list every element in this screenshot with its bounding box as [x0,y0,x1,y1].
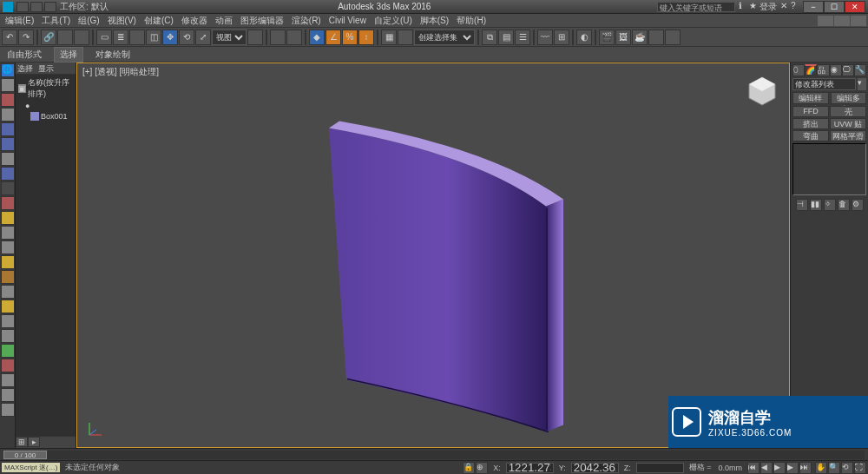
window-crossing-icon[interactable]: ◫ [146,30,161,45]
infocenter-icon[interactable]: ℹ [739,1,747,10]
scene-foot-1[interactable]: ⊞ [16,437,28,447]
lt-icon-5[interactable] [1,122,15,136]
create-tab[interactable]: ⬯ [792,64,805,76]
close-button[interactable]: ✕ [845,1,865,13]
lt-icon-19[interactable] [1,329,15,343]
lt-icon-2[interactable] [1,78,15,92]
nav-max-icon[interactable]: ⛶ [854,462,866,474]
qat-redo-icon[interactable] [44,2,56,12]
menu-create[interactable]: 创建(C) [141,14,177,28]
configure-icon[interactable]: ⚙ [852,199,864,211]
schematic-icon[interactable]: ⊞ [554,30,569,45]
play-icon[interactable]: ▶ [773,462,786,474]
unlink-icon[interactable] [57,30,73,45]
render-setup-icon[interactable]: 🎬 [599,30,615,45]
selection-set-dropdown[interactable]: 创建选择集 [414,30,475,45]
scene-col-select[interactable]: 选择 [17,63,33,73]
menu-civil[interactable]: Civil View [326,15,370,26]
tab-select[interactable]: 选择 [54,47,83,63]
layers-icon[interactable]: ☰ [515,30,530,45]
lock-icon[interactable]: 🔒 [463,462,475,474]
menu-view[interactable]: 视图(V) [104,14,140,28]
sign-in-label[interactable]: 登录 [760,1,777,13]
lt-icon-13[interactable] [1,240,15,254]
star-icon[interactable]: ★ [749,1,758,10]
mod-bend[interactable]: 弯曲 [792,130,829,142]
menu-win-close[interactable] [851,16,866,26]
motion-tab[interactable]: ◉ [830,64,842,76]
edit-poly-button[interactable]: 编辑多边形 [831,92,867,104]
edit-selection-icon[interactable] [398,30,413,45]
mod-ffd[interactable]: FFD 2x2x2 [792,106,829,117]
rotate-icon[interactable]: ⟲ [179,30,194,45]
time-slider[interactable]: 0 / 100 [0,448,868,460]
perspective-viewport[interactable]: [+] [透视] [明暗处理] [76,63,790,448]
modifier-stack[interactable] [792,143,866,195]
utilities-tab[interactable]: 🔧 [854,64,866,76]
lt-icon-11[interactable] [1,211,15,225]
curve-editor-icon[interactable]: 〰 [537,30,553,45]
tab-object-paint[interactable]: 对象绘制 [90,48,135,62]
y-coord-input[interactable] [571,463,619,473]
mod-uvw[interactable]: UVW 贴图 [830,118,866,129]
menu-graph[interactable]: 图形编辑器 [237,14,287,28]
menu-win-max[interactable] [834,16,850,26]
time-handle[interactable]: 0 / 100 [3,451,47,459]
render-iter-icon[interactable] [648,30,664,45]
render-frame-icon[interactable]: 🖼 [615,30,631,45]
scene-foot-2[interactable]: ▸ [28,437,40,447]
lt-icon-10[interactable] [1,196,15,210]
lt-icon-9[interactable] [1,181,15,195]
named-selection-icon[interactable]: ▦ [381,30,397,45]
lt-icon-15[interactable] [1,270,15,284]
lt-icon-21[interactable] [1,359,15,372]
material-icon[interactable]: ◐ [576,30,592,45]
angle-snap-icon[interactable]: ∠ [326,30,341,45]
scene-item-box001[interactable]: Box001 [30,111,74,122]
select-region-icon[interactable] [129,30,145,45]
lt-icon-23[interactable] [1,388,15,402]
bind-icon[interactable] [74,30,89,45]
qat-save-icon[interactable] [16,2,29,12]
dropdown-arrow-icon[interactable]: ▾ [858,78,866,90]
menu-edit[interactable]: 编辑(E) [2,14,37,28]
menu-render[interactable]: 渲染(R) [288,14,325,28]
scene-col-display[interactable]: 显示 [38,63,54,73]
lt-icon-3[interactable] [1,93,15,107]
z-coord-input[interactable] [636,463,684,473]
menu-help[interactable]: 帮助(H) [453,14,490,28]
show-result-icon[interactable]: ▮▮ [810,199,822,211]
display-tab[interactable]: 🖵 [842,64,854,76]
lt-icon-12[interactable] [1,226,15,240]
scale-icon[interactable]: ⤢ [195,30,211,45]
exchange-icon[interactable]: ✕ [780,1,789,10]
lt-icon-16[interactable] [1,285,15,299]
play-end-icon[interactable]: ⏭ [799,462,812,474]
play-next-icon[interactable]: ▶ [786,462,799,474]
play-prev-icon[interactable]: ◀ [760,462,773,474]
abs-rel-icon[interactable]: ⊕ [476,462,488,474]
maximize-button[interactable]: ☐ [824,1,845,13]
hierarchy-tab[interactable]: 品 [817,64,829,76]
menu-modifiers[interactable]: 修改器 [178,14,211,28]
scene-sort-header[interactable]: ▣ 名称(按升序排序) [17,76,74,101]
mirror-icon[interactable]: ⧉ [482,30,497,45]
lt-globe-icon[interactable]: 🌐 [1,63,15,77]
help-icon[interactable]: ? [791,1,799,10]
x-coord-input[interactable] [506,463,554,473]
coord-dropdown[interactable]: 视图 [212,30,247,45]
select-name-icon[interactable]: ≣ [113,30,128,45]
play-start-icon[interactable]: ⏮ [747,462,760,474]
pivot-icon[interactable] [247,30,263,45]
nav-orbit-icon[interactable]: ⟲ [841,462,853,474]
menu-tools[interactable]: 工具(T) [38,14,74,28]
render-icon[interactable]: ☕ [632,30,648,45]
remove-mod-icon[interactable]: 🗑 [838,199,850,211]
workspace-label[interactable]: 工作区: 默认 [56,1,112,13]
lt-icon-24[interactable] [1,403,15,417]
nav-zoom-icon[interactable]: 🔍 [828,462,840,474]
mod-meshsmooth[interactable]: 网格平滑 [830,130,866,142]
lt-icon-6[interactable] [1,137,15,151]
snap-icon[interactable]: ◆ [309,30,325,45]
lt-icon-22[interactable] [1,373,15,387]
